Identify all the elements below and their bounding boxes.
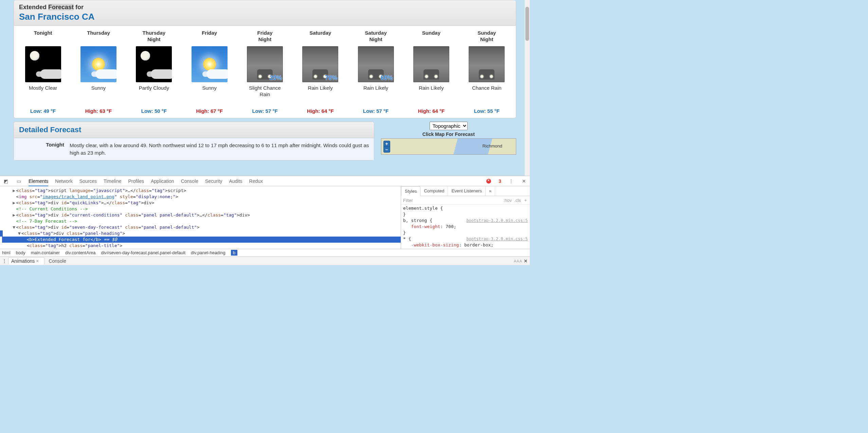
dom-line[interactable]: ▶<class="tag">div id="current-conditions… xyxy=(2,212,401,218)
tab-elements[interactable]: Elements xyxy=(29,178,48,186)
devtools-tabs: ◩ ▭ ElementsNetworkSourcesTimelineProfil… xyxy=(0,176,530,186)
tab-application[interactable]: Application xyxy=(151,178,174,184)
crumb[interactable]: b xyxy=(231,250,237,256)
tab-network[interactable]: Network xyxy=(55,178,72,184)
condition: Slight Chance Rain xyxy=(237,85,292,99)
crumb[interactable]: body xyxy=(16,250,25,255)
crumb[interactable]: main.container xyxy=(31,250,60,255)
dom-line[interactable]: ▼<class="tag">div id="seven-day-forecast… xyxy=(2,224,401,230)
forecast-day[interactable]: TonightMostly ClearLow: 49 °F xyxy=(15,30,71,114)
forecast-day[interactable]: SundayRain LikelyHigh: 64 °F xyxy=(403,30,459,114)
crumb[interactable]: div.panel-heading xyxy=(191,250,225,255)
dom-line[interactable]: <class="tag">h2 class="panel-title"> xyxy=(2,243,401,249)
close-icon[interactable]: × xyxy=(36,258,39,264)
heading-prefix: Extended xyxy=(19,4,47,11)
day-name: Saturday Night xyxy=(348,30,403,44)
temperature: High: 64 °F xyxy=(293,108,348,114)
detail-row: Tonight Mostly clear, with a low around … xyxy=(14,138,374,160)
tab-profiles[interactable]: Profiles xyxy=(128,178,144,184)
temperature: Low: 57 °F xyxy=(348,108,403,114)
cls-toggle[interactable]: .cls xyxy=(514,198,521,203)
forecast-row: TonightMostly ClearLow: 49 °FThursdaySun… xyxy=(14,26,516,118)
forecast-day[interactable]: Saturday Night60%Rain LikelyLow: 57 °F xyxy=(348,30,403,114)
weather-page: Extended Forecast for San Francisco CA T… xyxy=(0,0,530,176)
styles-tabs: Styles Computed Event Listeners » xyxy=(401,186,530,196)
page-scrollbar[interactable] xyxy=(525,0,530,176)
condition: Partly Cloudy xyxy=(126,85,182,99)
sunny-icon xyxy=(192,46,228,82)
dom-line[interactable]: <img src="images/track_land_point.png" s… xyxy=(2,194,401,200)
precip-pct: 70% xyxy=(325,74,337,82)
condition: Mostly Clear xyxy=(15,85,71,99)
click-map-label: Click Map For Forecast xyxy=(381,132,516,137)
rain-night-icon: 20% xyxy=(247,46,283,82)
styles-more-icon[interactable]: » xyxy=(486,186,495,196)
styles-rules[interactable]: element.style { } bootstrap-3.2.0.min.cs… xyxy=(401,205,530,249)
devtools: ◩ ▭ ElementsNetworkSourcesTimelineProfil… xyxy=(0,176,530,265)
map-city-label: Richmond xyxy=(482,143,502,149)
device-toggle-icon[interactable]: ▭ xyxy=(16,178,22,184)
dom-line[interactable]: <!-- 7-Day Forecast --> xyxy=(2,218,401,224)
condition: Rain Likely xyxy=(348,85,403,99)
drawer-menu-icon[interactable]: ⋮ xyxy=(2,258,7,264)
dom-line[interactable]: ▶<class="tag">div id="quickLinks">…</cla… xyxy=(2,200,401,206)
devtools-drawer: ⋮ Animations × Console AAA ✕ xyxy=(0,256,530,265)
zoom-in-button[interactable]: + xyxy=(384,141,390,147)
condition: Chance Rain xyxy=(459,85,514,99)
heading-highlight: Forecast xyxy=(48,4,74,11)
hov-toggle[interactable]: :hov xyxy=(503,198,512,203)
elements-pane[interactable]: ▶<class="tag">script language="javascrip… xyxy=(0,186,401,249)
dom-line[interactable]: <b>Extended Forecast for</b> == $0 xyxy=(2,237,401,243)
inspect-icon[interactable]: ◩ xyxy=(3,178,9,184)
styles-filter-input[interactable]: Filter xyxy=(403,198,413,203)
rain-day-icon xyxy=(413,46,449,82)
tab-event-listeners[interactable]: Event Listeners xyxy=(448,186,486,196)
tab-audits[interactable]: Audits xyxy=(229,178,242,184)
day-name: Sunday xyxy=(403,30,459,44)
forecast-day[interactable]: Thursday NightPartly CloudyLow: 50 °F xyxy=(126,30,182,114)
tab-computed[interactable]: Computed xyxy=(420,186,448,196)
add-rule-icon[interactable]: ＋ xyxy=(523,197,528,203)
day-name: Saturday xyxy=(293,30,348,44)
day-name: Friday Night xyxy=(237,30,292,44)
forecast-day[interactable]: ThursdaySunnyHigh: 63 °F xyxy=(71,30,126,114)
dom-line[interactable]: ▶<class="tag">script language="javascrip… xyxy=(2,188,401,194)
tab-styles[interactable]: Styles xyxy=(401,186,420,196)
dom-line[interactable]: <!-- Current Conditions --> xyxy=(2,206,401,212)
crumb[interactable]: div.contentArea xyxy=(65,250,95,255)
temperature: Low: 50 °F xyxy=(126,108,182,114)
drawer-close-icon[interactable]: ✕ xyxy=(524,258,528,264)
map-zoom[interactable]: +– xyxy=(383,141,390,153)
tab-security[interactable]: Security xyxy=(205,178,222,184)
detail-label: Tonight xyxy=(19,142,70,157)
forecast-map[interactable]: +– Richmond xyxy=(381,138,516,155)
devtools-menu-icon[interactable]: ⋮ xyxy=(508,178,514,184)
error-count: 3 xyxy=(499,178,501,184)
drawer-tab-animations[interactable]: Animations × xyxy=(8,257,44,264)
forecast-day[interactable]: FridaySunnyHigh: 67 °F xyxy=(182,30,237,114)
error-icon[interactable] xyxy=(486,179,491,184)
temperature: High: 67 °F xyxy=(182,108,237,114)
rain-night-icon xyxy=(469,46,505,82)
temperature: Low: 49 °F xyxy=(15,108,71,114)
devtools-close-icon[interactable]: ✕ xyxy=(521,178,527,184)
tab-timeline[interactable]: Timeline xyxy=(104,178,121,184)
tab-redux[interactable]: Redux xyxy=(249,178,263,184)
day-name: Tonight xyxy=(15,30,71,44)
map-column: Topographic Click Map For Forecast +– Ri… xyxy=(381,122,516,164)
zoom-out-button[interactable]: – xyxy=(384,147,390,152)
forecast-day[interactable]: Friday Night20%Slight Chance RainLow: 57… xyxy=(237,30,292,114)
crumb[interactable]: html xyxy=(2,250,11,255)
forecast-day[interactable]: Saturday70%Rain LikelyHigh: 64 °F xyxy=(293,30,348,114)
forecast-panel: Extended Forecast for San Francisco CA T… xyxy=(14,0,516,118)
day-name: Friday xyxy=(182,30,237,44)
dom-line[interactable]: ▼<class="tag">div class="panel-heading"> xyxy=(2,230,401,237)
tab-console[interactable]: Console xyxy=(181,178,198,184)
crumb[interactable]: div#seven-day-forecast.panel.panel-defau… xyxy=(101,250,185,255)
drawer-tab-console[interactable]: Console xyxy=(46,258,69,264)
tab-sources[interactable]: Sources xyxy=(79,178,97,184)
map-layer-select[interactable]: Topographic xyxy=(430,122,468,130)
forecast-day[interactable]: Sunday NightChance RainLow: 55 °F xyxy=(459,30,514,114)
breadcrumb[interactable]: htmlbodymain.containerdiv.contentAreadiv… xyxy=(0,249,530,256)
location-title: San Francisco CA xyxy=(19,12,511,22)
